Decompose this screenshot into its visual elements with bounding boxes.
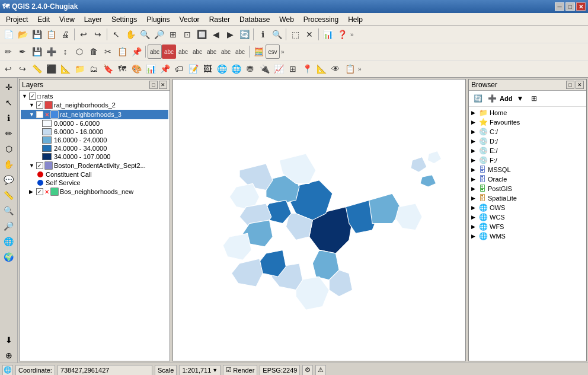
epsg-button[interactable]: EPSG:2249 [260,365,300,376]
browser-filter-button[interactable]: ▼ [513,92,526,105]
tree-expand-ows[interactable]: ▶ [471,205,477,211]
menu-item-web[interactable]: Web [274,14,298,25]
browser-close-button[interactable]: ✕ [576,81,584,89]
dxf-button[interactable]: 📐 [314,62,328,76]
map-tool-globe[interactable]: 🌐 [2,234,16,249]
tree-spatialite[interactable]: ▶ 🗄 SpatiaLite [470,193,585,203]
tree-expand-home[interactable]: ▶ [471,110,477,116]
coordinate-capture-button[interactable]: 📍 [300,62,314,76]
tree-postgis[interactable]: ▶ 🗄 PostGIS [470,184,585,193]
save-edit-button[interactable]: 💾 [30,45,44,59]
map-tool-select[interactable]: ↖ [2,96,16,110]
tree-expand-spatialite[interactable]: ▶ [471,195,477,201]
zoom-layer-button[interactable]: ⊡ [180,27,194,42]
new-project-button[interactable]: 📄 [1,27,15,42]
open-project-button[interactable]: 📂 [15,27,30,42]
map-canvas[interactable] [172,79,466,361]
csv-button[interactable]: csv [266,45,280,59]
map-tool-touch[interactable]: ✛ [2,80,16,94]
label-abc3[interactable]: abc [176,45,190,59]
menu-item-database[interactable]: Database [235,14,274,25]
render-button[interactable]: ☑ Render [223,365,257,376]
form-annotation-button[interactable]: 📝 [186,62,200,76]
style-button[interactable]: 🎨 [129,62,143,76]
label-abc6[interactable]: abc [219,45,233,59]
hist-button[interactable]: 📊 [143,62,158,76]
manage-layers-button[interactable]: 🗂 [87,62,101,76]
map-tool-pan[interactable]: ✋ [2,157,16,171]
save-as-button[interactable]: 📋 [44,27,58,42]
bookmark-button[interactable]: 🔖 [101,62,115,76]
undo-button[interactable]: ↩ [76,27,91,42]
evis-button[interactable]: 👁 [328,62,343,76]
layer-bos-neighborhoods[interactable]: ▶ ✕ Bos_neighborhoods_new [21,187,168,196]
statusbar-globe-button[interactable]: 🌐 [2,365,13,376]
map-tool-zoom-out[interactable]: 🔎 [2,219,16,233]
measure-button[interactable]: 📏 [30,62,44,76]
minimize-button[interactable]: ─ [555,2,564,11]
field-map-button[interactable]: 📋 [343,62,357,76]
select-button[interactable]: ↖ [109,27,123,42]
tree-expand-d[interactable]: ▶ [471,138,477,144]
checkbox-bos[interactable] [36,188,43,195]
tree-mssql[interactable]: ▶ 🗄 MSSQL [470,165,585,174]
browser-grid-button[interactable]: ⊞ [528,92,541,105]
expand-rat3[interactable]: ▼ [29,112,35,117]
zoom-selection-button[interactable]: 🔲 [194,27,209,42]
zoom-native-button[interactable]: 🔍 [270,27,284,42]
tree-home[interactable]: ▶ 📁 Home [470,108,585,117]
save-project-button[interactable]: 💾 [30,27,44,42]
zoom-next-button[interactable]: ▶ [223,27,237,42]
label-abc1[interactable]: abc [148,45,162,59]
menu-item-edit[interactable]: Edit [33,14,55,25]
map-tool-digitize[interactable]: ✏ [2,126,16,141]
identify-button[interactable]: ℹ [255,27,270,42]
sql-button[interactable]: ⛃ [243,62,257,76]
tree-expand-wcs[interactable]: ▶ [471,214,477,220]
measure-area-button[interactable]: ⬛ [44,62,58,76]
label-abc4[interactable]: abc [190,45,204,59]
tree-expand-e[interactable]: ▶ [471,148,477,154]
digitize-button[interactable]: ✏ [1,45,15,59]
menu-item-help[interactable]: Help [343,14,368,25]
stats-button[interactable]: 📈 [271,62,286,76]
statusbar-warning-button[interactable]: ⚠ [315,365,326,376]
map-tool-globe2[interactable]: 🌍 [2,250,16,264]
label-abc2[interactable]: abc [162,45,176,59]
map-tool-node[interactable]: ⬡ [2,142,16,156]
checkbox-rats[interactable] [29,93,36,100]
expand-boston[interactable]: ▼ [29,163,35,169]
annotation-button[interactable]: 📌 [158,62,172,76]
menu-item-settings[interactable]: Settings [107,14,142,25]
pan-button[interactable]: ✋ [123,27,138,42]
add-feature-button[interactable]: ➕ [44,45,58,59]
select-rect-button[interactable]: ⬚ [288,27,302,42]
tree-f-drive[interactable]: ▶ 💿 F:/ [470,155,585,165]
tree-expand-c[interactable]: ▶ [471,129,477,135]
tree-oracle[interactable]: ▶ 🗄 Oracle [470,174,585,184]
measure-angle-button[interactable]: 📐 [58,62,72,76]
copy-feature-button[interactable]: 📋 [115,45,129,59]
tree-e-drive[interactable]: ▶ 💿 E:/ [470,146,585,155]
tree-expand-oracle[interactable]: ▶ [471,176,477,182]
tree-wcs[interactable]: ▶ 🌐 WCS [470,212,585,222]
globe-button[interactable]: 🌐 [215,62,229,76]
plugin-button[interactable]: 🔌 [257,62,271,76]
map-tool-zoom-in[interactable]: 🔍 [2,204,16,218]
tree-wms[interactable]: ▶ 🌐 WMS [470,231,585,241]
deselect-button[interactable]: ✕ [302,27,317,42]
layer-self-service[interactable]: Self Service [21,179,168,187]
tree-favourites[interactable]: ▶ ⭐ Favourites [470,117,585,127]
menu-item-layer[interactable]: Layer [79,14,107,25]
map-tool-measure[interactable]: 📏 [2,188,16,202]
menu-item-view[interactable]: View [55,14,79,25]
layer-constituent[interactable]: Constituent Call [21,170,168,179]
browser-refresh-button[interactable]: 🔄 [471,92,484,105]
layers-panel-restore[interactable]: □ [149,81,158,89]
map-tool-crosshair[interactable]: ⊕ [2,348,16,363]
zoom-in-button[interactable]: 🔍 [138,27,152,42]
layer-boston-rodent[interactable]: ▼ Boston_RodentActivity_Sept2... [21,161,168,170]
checkbox-boston[interactable] [36,162,43,169]
layer-rats[interactable]: ▼ □ rats [21,92,168,100]
undo2-button[interactable]: ↩ [1,62,15,76]
